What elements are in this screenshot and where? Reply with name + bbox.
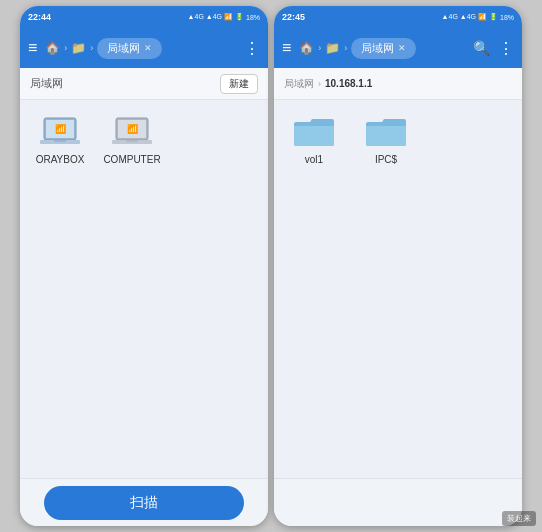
left-content: 📶 ORAYBOX 📶 COMPUTER [20, 100, 268, 478]
right-path-root[interactable]: 局域网 [284, 77, 314, 91]
right-path-current: 10.168.1.1 [325, 78, 372, 89]
right-status-left: 22:45 [282, 12, 305, 22]
right-tab[interactable]: 局域网 ✕ [351, 38, 416, 59]
right-more-icon[interactable]: ⋮ [498, 39, 514, 58]
right-file-grid: vol1 IPC$ [284, 114, 512, 166]
left-menu-icon[interactable]: ≡ [28, 39, 37, 57]
laptop-icon: 📶 [38, 114, 82, 150]
left-home-icon[interactable]: 🏠 [45, 41, 60, 55]
right-content: vol1 IPC$ [274, 100, 522, 478]
left-nav-bar: ≡ 🏠 › 📁 › 局域网 ✕ ⋮ [20, 28, 268, 68]
svg-rect-4 [54, 140, 66, 142]
right-path-bar: 局域网 › 10.168.1.1 [274, 68, 522, 100]
svg-text:📶: 📶 [127, 123, 139, 135]
laptop-icon: 📶 [110, 114, 154, 150]
list-item[interactable]: IPC$ [356, 114, 416, 166]
right-phone: 22:45 ▲4G ▲4G 📶 🔋 18% ≡ 🏠 › 📁 › 局域网 ✕ 🔍 … [274, 6, 522, 526]
right-folder-icon: 📁 [325, 41, 340, 55]
left-file-label-computer: COMPUTER [103, 154, 160, 166]
left-file-label-oraybox: ORAYBOX [36, 154, 85, 166]
left-signal-icons: ▲4G ▲4G 📶 [188, 13, 233, 21]
left-status-bar: 22:44 ▲4G ▲4G 📶 🔋 18% [20, 6, 268, 28]
left-time: 22:44 [28, 12, 51, 22]
left-folder-icon: 📁 [71, 41, 86, 55]
list-item[interactable]: 📶 COMPUTER [102, 114, 162, 166]
watermark: 装起来 [502, 511, 536, 526]
right-menu-icon[interactable]: ≡ [282, 39, 291, 57]
right-tab-close[interactable]: ✕ [398, 43, 406, 53]
right-time: 22:45 [282, 12, 305, 22]
right-tab-label: 局域网 [361, 41, 394, 56]
left-arrow-icon: › [64, 43, 67, 53]
left-file-grid: 📶 ORAYBOX 📶 COMPUTER [30, 114, 258, 166]
right-signal-icons: ▲4G ▲4G 📶 [442, 13, 487, 21]
left-arrow2-icon: › [90, 43, 93, 53]
folder-icon [292, 114, 336, 150]
right-home-icon[interactable]: 🏠 [299, 41, 314, 55]
left-toolbar: 局域网 新建 [20, 68, 268, 100]
left-status-right: ▲4G ▲4G 📶 🔋 18% [188, 13, 260, 21]
svg-text:📶: 📶 [55, 123, 67, 135]
right-status-right: ▲4G ▲4G 📶 🔋 18% [442, 13, 514, 21]
left-tab-close[interactable]: ✕ [144, 43, 152, 53]
right-bottom-bar [274, 478, 522, 526]
left-battery-pct: 18% [246, 14, 260, 21]
right-status-bar: 22:45 ▲4G ▲4G 📶 🔋 18% [274, 6, 522, 28]
left-path-label: 局域网 [30, 76, 63, 91]
right-arrow-icon: › [318, 43, 321, 53]
right-file-label-vol1: vol1 [305, 154, 323, 166]
scan-button[interactable]: 扫描 [44, 486, 244, 520]
right-battery-icon: 🔋 [489, 13, 498, 21]
folder-icon [364, 114, 408, 150]
right-arrow2-icon: › [344, 43, 347, 53]
left-tab-label: 局域网 [107, 41, 140, 56]
left-tab[interactable]: 局域网 ✕ [97, 38, 162, 59]
left-bottom-bar: 扫描 [20, 478, 268, 526]
list-item[interactable]: 📶 ORAYBOX [30, 114, 90, 166]
right-path-separator: › [318, 79, 321, 89]
right-battery-pct: 18% [500, 14, 514, 21]
right-nav-bar: ≡ 🏠 › 📁 › 局域网 ✕ 🔍 ⋮ [274, 28, 522, 68]
left-new-button[interactable]: 新建 [220, 74, 258, 94]
right-file-label-ipcs: IPC$ [375, 154, 397, 166]
left-more-icon[interactable]: ⋮ [244, 39, 260, 58]
svg-rect-9 [126, 140, 138, 142]
left-status-left: 22:44 [28, 12, 51, 22]
left-battery-icon: 🔋 [235, 13, 244, 21]
left-phone: 22:44 ▲4G ▲4G 📶 🔋 18% ≡ 🏠 › 📁 › 局域网 ✕ ⋮ … [20, 6, 268, 526]
list-item[interactable]: vol1 [284, 114, 344, 166]
right-search-icon[interactable]: 🔍 [473, 40, 490, 56]
